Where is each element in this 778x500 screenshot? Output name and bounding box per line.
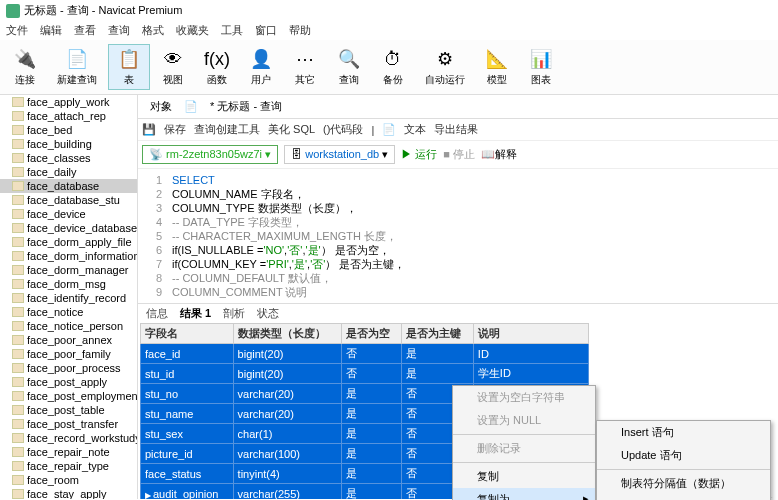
tool-自动运行[interactable]: ⚙自动运行 xyxy=(416,44,474,90)
ctx-set-null[interactable]: 设置为 NULL xyxy=(453,409,595,432)
tree-item-face_post_table[interactable]: face_post_table xyxy=(0,403,137,417)
tool-图表[interactable]: 📊图表 xyxy=(520,44,562,90)
context-menu-2[interactable]: Insert 语句 Update 语句 制表符分隔值（数据） 制表符分隔值（字段… xyxy=(596,420,771,500)
create-tool-button[interactable]: 查询创建工具 xyxy=(194,122,260,137)
explain-button[interactable]: 📖解释 xyxy=(481,147,517,162)
tree-item-face_post_transfer[interactable]: face_post_transfer xyxy=(0,417,137,431)
table-icon xyxy=(12,335,24,345)
tool-视图[interactable]: 👁视图 xyxy=(152,44,194,90)
menu-帮助[interactable]: 帮助 xyxy=(289,23,311,38)
menu-查询[interactable]: 查询 xyxy=(108,23,130,38)
menu-文件[interactable]: 文件 xyxy=(6,23,28,38)
db-selector[interactable]: 🗄 workstation_db ▾ xyxy=(284,145,395,164)
table-icon xyxy=(12,377,24,387)
menu-bar: 文件编辑查看查询格式收藏夹工具窗口帮助 xyxy=(0,21,778,40)
run-button[interactable]: ▶ 运行 xyxy=(401,147,437,162)
tree-item-face_post_apply[interactable]: face_post_apply xyxy=(0,375,137,389)
export-button[interactable]: 导出结果 xyxy=(434,122,478,137)
tool-表[interactable]: 📋表 xyxy=(108,44,150,90)
tree-item-face_dorm_information[interactable]: face_dorm_information xyxy=(0,249,137,263)
tree-item-face_dorm_manager[interactable]: face_dorm_manager xyxy=(0,263,137,277)
tool-连接[interactable]: 🔌连接 xyxy=(4,44,46,90)
tool-用户[interactable]: 👤用户 xyxy=(240,44,282,90)
tree-item-face_device_database[interactable]: face_device_database xyxy=(0,221,137,235)
col-header[interactable]: 数据类型（长度） xyxy=(233,324,342,344)
beautify-button[interactable]: 美化 SQL xyxy=(268,122,315,137)
tool-备份[interactable]: ⏱备份 xyxy=(372,44,414,90)
tab-analysis[interactable]: 剖析 xyxy=(223,306,245,321)
table-icon xyxy=(12,237,24,247)
ctx-delete[interactable]: 删除记录 xyxy=(453,437,595,460)
tree-item-face_classes[interactable]: face_classes xyxy=(0,151,137,165)
tab-status[interactable]: 状态 xyxy=(257,306,279,321)
tab-object[interactable]: 对象 xyxy=(142,97,180,116)
tool-函数[interactable]: f(x)函数 xyxy=(196,44,238,90)
tree-item-face_database[interactable]: face_database xyxy=(0,179,137,193)
tab-info[interactable]: 信息 xyxy=(146,306,168,321)
tree-item-face_repair_note[interactable]: face_repair_note xyxy=(0,445,137,459)
col-header[interactable]: 字段名 xyxy=(141,324,234,344)
text-button[interactable]: 文本 xyxy=(404,122,426,137)
menu-格式[interactable]: 格式 xyxy=(142,23,164,38)
col-header[interactable]: 是否为空 xyxy=(342,324,402,344)
col-header[interactable]: 说明 xyxy=(473,324,588,344)
ctx-copy[interactable]: 复制 xyxy=(453,465,595,488)
tree-item-face_poor_family[interactable]: face_poor_family xyxy=(0,347,137,361)
table-row[interactable]: stu_idbigint(20)否是学生ID xyxy=(141,364,589,384)
tree-item-face_apply_work[interactable]: face_apply_work xyxy=(0,95,137,109)
tree-item-face_room[interactable]: face_room xyxy=(0,473,137,487)
tree-item-face_repair_type[interactable]: face_repair_type xyxy=(0,459,137,473)
tree-item-face_attach_rep[interactable]: face_attach_rep xyxy=(0,109,137,123)
tree-item-face_post_employment[interactable]: face_post_employment xyxy=(0,389,137,403)
tree-item-face_daily[interactable]: face_daily xyxy=(0,165,137,179)
sql-editor[interactable]: 1SELECT 2 COLUMN_NAME 字段名， 3 COLUMN_TYPE… xyxy=(138,169,778,303)
ctx-update-stmt[interactable]: Update 语句 xyxy=(597,444,770,467)
ctx-tsv-fields[interactable]: 制表符分隔值（字段名） xyxy=(597,495,770,500)
tool-新建查询[interactable]: 📄新建查询 xyxy=(48,44,106,90)
tree-item-face_identify_record[interactable]: face_identify_record xyxy=(0,291,137,305)
ctx-copy-as[interactable]: 复制为 xyxy=(453,488,595,500)
tree-item-face_dorm_apply_file[interactable]: face_dorm_apply_file xyxy=(0,235,137,249)
menu-查看[interactable]: 查看 xyxy=(74,23,96,38)
table-icon xyxy=(12,97,24,107)
tree-item-face_bed[interactable]: face_bed xyxy=(0,123,137,137)
tree-item-face_poor_process[interactable]: face_poor_process xyxy=(0,361,137,375)
tree-item-face_notice_person[interactable]: face_notice_person xyxy=(0,319,137,333)
tool-模型[interactable]: 📐模型 xyxy=(476,44,518,90)
editor-tabs: 对象 📄 * 无标题 - 查询 xyxy=(138,95,778,119)
save-button[interactable]: 保存 xyxy=(164,122,186,137)
table-icon xyxy=(12,265,24,275)
ctx-tsv-data[interactable]: 制表符分隔值（数据） xyxy=(597,472,770,495)
tool-查询[interactable]: 🔍查询 xyxy=(328,44,370,90)
col-header[interactable]: 是否为主键 xyxy=(401,324,473,344)
code-snippet-button[interactable]: ()代码段 xyxy=(323,122,363,137)
table-icon xyxy=(12,307,24,317)
tree-item-face_building[interactable]: face_building xyxy=(0,137,137,151)
tree-item-face_record_workstudy[interactable]: face_record_workstudy xyxy=(0,431,137,445)
tree-item-face_database_stu[interactable]: face_database_stu xyxy=(0,193,137,207)
app-icon xyxy=(6,4,20,18)
ctx-insert-stmt[interactable]: Insert 语句 xyxy=(597,421,770,444)
window-title: 无标题 - 查询 - Navicat Premium xyxy=(24,3,182,18)
server-selector[interactable]: 📡 rm-2zetn83n05wz7i ▾ xyxy=(142,145,278,164)
tab-result1[interactable]: 结果 1 xyxy=(180,306,211,321)
tree-item-face_stay_apply[interactable]: face_stay_apply xyxy=(0,487,137,499)
table-icon xyxy=(12,489,24,499)
menu-收藏夹[interactable]: 收藏夹 xyxy=(176,23,209,38)
tree-item-face_dorm_msg[interactable]: face_dorm_msg xyxy=(0,277,137,291)
table-row[interactable]: face_idbigint(20)否是ID xyxy=(141,344,589,364)
table-tree[interactable]: face_apply_workface_attach_repface_bedfa… xyxy=(0,95,138,499)
tree-item-face_notice[interactable]: face_notice xyxy=(0,305,137,319)
table-icon xyxy=(12,433,24,443)
ctx-set-blank[interactable]: 设置为空白字符串 xyxy=(453,386,595,409)
table-icon xyxy=(12,209,24,219)
table-icon xyxy=(12,125,24,135)
tree-item-face_device[interactable]: face_device xyxy=(0,207,137,221)
menu-工具[interactable]: 工具 xyxy=(221,23,243,38)
tree-item-face_poor_annex[interactable]: face_poor_annex xyxy=(0,333,137,347)
menu-编辑[interactable]: 编辑 xyxy=(40,23,62,38)
tab-query[interactable]: * 无标题 - 查询 xyxy=(202,97,290,116)
context-menu-1[interactable]: 设置为空白字符串 设置为 NULL 删除记录 复制 复制为 粘贴 显示 xyxy=(452,385,596,500)
menu-窗口[interactable]: 窗口 xyxy=(255,23,277,38)
tool-其它[interactable]: ⋯其它 xyxy=(284,44,326,90)
